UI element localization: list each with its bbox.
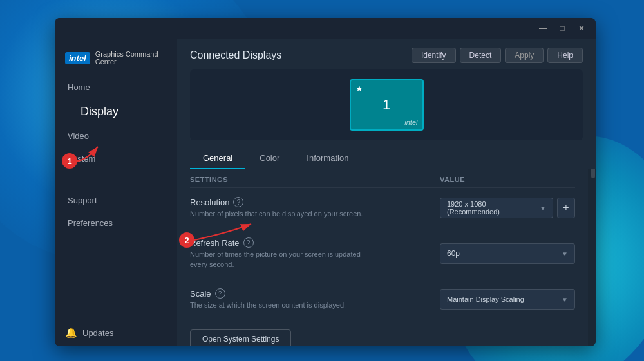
settings-row-scale: Scale ? The size at which the screen con… xyxy=(190,279,575,320)
window-controls: — □ ✕ xyxy=(534,22,591,35)
resolution-chevron-icon: ▼ xyxy=(540,205,546,212)
tabs: General Color Information xyxy=(177,140,596,169)
sidebar-item-preferences[interactable]: Preferences xyxy=(55,212,177,234)
refresh-rate-select[interactable]: 60p ▼ xyxy=(440,243,575,264)
sidebar-nav: Home Display Video System Support Prefer… xyxy=(55,76,177,319)
main-content: intel Graphics Command Center Home Displ… xyxy=(55,39,596,346)
display-preview: ★ 1 intel xyxy=(190,69,583,140)
sidebar-item-system[interactable]: System xyxy=(55,147,177,170)
resolution-info-icon[interactable]: ? xyxy=(233,197,243,207)
identify-button[interactable]: Identify xyxy=(412,48,456,63)
settings-header-row: SETTINGS VALUE xyxy=(190,169,575,188)
intel-badge: intel xyxy=(65,52,90,64)
monitor-number: 1 xyxy=(383,97,390,113)
sidebar-item-home[interactable]: Home xyxy=(55,76,177,98)
help-button[interactable]: Help xyxy=(547,48,583,63)
close-button[interactable]: ✕ xyxy=(573,22,591,35)
resolution-desc: Number of pixels that can be displayed o… xyxy=(190,209,370,219)
content-panel: Connected Displays Identify Detect Apply… xyxy=(177,39,596,346)
resolution-add-button[interactable]: + xyxy=(557,198,575,218)
sidebar: intel Graphics Command Center Home Displ… xyxy=(55,39,177,346)
refresh-rate-info-icon[interactable]: ? xyxy=(243,237,254,248)
refresh-rate-label: Refresh Rate ? xyxy=(190,237,440,248)
refresh-rate-chevron-icon: ▼ xyxy=(562,250,568,257)
minimize-button[interactable]: — xyxy=(534,22,552,35)
scale-label: Scale ? xyxy=(190,288,440,299)
detect-button[interactable]: Detect xyxy=(460,48,502,63)
title-bar: — □ ✕ xyxy=(55,18,596,39)
resolution-label: Resolution ? xyxy=(190,197,440,207)
open-system-settings-button[interactable]: Open System Settings xyxy=(190,329,291,346)
resolution-control: 1920 x 1080 (Recommended) ▼ + xyxy=(440,198,575,218)
scale-info: Scale ? The size at which the screen con… xyxy=(190,288,440,310)
apply-button[interactable]: Apply xyxy=(505,48,544,63)
settings-col-settings: SETTINGS xyxy=(190,176,440,183)
scrollbar-thumb xyxy=(591,169,595,178)
settings-col-value: VALUE xyxy=(440,176,575,183)
app-window: — □ ✕ intel Graphics Command Center Home… xyxy=(55,18,596,346)
sidebar-updates[interactable]: 🔔 Updates xyxy=(55,319,177,346)
scale-chevron-icon: ▼ xyxy=(562,296,568,303)
settings-area: SETTINGS VALUE Resolution ? Number of pi… xyxy=(177,169,588,346)
maximize-button[interactable]: □ xyxy=(553,22,571,35)
tab-color[interactable]: Color xyxy=(247,148,292,169)
resolution-info: Resolution ? Number of pixels that can b… xyxy=(190,197,440,219)
resolution-select[interactable]: 1920 x 1080 (Recommended) ▼ xyxy=(440,198,553,218)
sidebar-item-display[interactable]: Display xyxy=(55,98,177,125)
refresh-rate-desc: Number of times the picture on your scre… xyxy=(190,250,370,270)
sidebar-logo: intel Graphics Command Center xyxy=(55,45,177,76)
logo-text: Graphics Command Center xyxy=(95,50,167,66)
monitor-brand: intel xyxy=(404,118,417,126)
scale-desc: The size at which the screen content is … xyxy=(190,301,370,310)
page-title: Connected Displays xyxy=(190,50,281,61)
tab-information[interactable]: Information xyxy=(294,148,361,169)
tab-general[interactable]: General xyxy=(190,148,245,169)
settings-row-refresh-rate: Refresh Rate ? Number of times the pictu… xyxy=(190,228,575,279)
scale-select[interactable]: Maintain Display Scaling ▼ xyxy=(440,289,575,310)
action-row: Open System Settings xyxy=(190,320,575,346)
header-buttons: Identify Detect Apply Help xyxy=(412,48,583,63)
refresh-rate-info: Refresh Rate ? Number of times the pictu… xyxy=(190,237,440,270)
content-header: Connected Displays Identify Detect Apply… xyxy=(177,39,596,69)
scale-control: Maintain Display Scaling ▼ xyxy=(440,289,575,310)
monitor-star-icon: ★ xyxy=(355,84,363,93)
sidebar-item-video[interactable]: Video xyxy=(55,125,177,147)
scale-info-icon[interactable]: ? xyxy=(215,288,225,299)
sidebar-item-support[interactable]: Support xyxy=(55,189,177,212)
refresh-rate-control: 60p ▼ xyxy=(440,243,575,264)
monitor-tile[interactable]: ★ 1 intel xyxy=(350,79,424,131)
settings-row-resolution: Resolution ? Number of pixels that can b… xyxy=(190,188,575,228)
bell-icon: 🔔 xyxy=(65,327,77,338)
